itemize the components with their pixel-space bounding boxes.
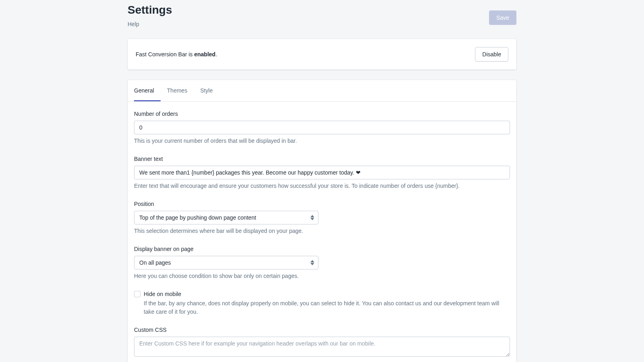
hide-mobile-checkbox[interactable] [134,291,140,297]
save-button[interactable]: Save [489,10,516,25]
status-text: Fast Conversion Bar is enabled. [136,50,217,59]
display-help: Here you can choose condition to show ba… [134,272,510,280]
banner-text-help: Enter text that will encourage and ensur… [134,182,510,190]
position-group: Position Top of the page by pushing down… [134,200,510,235]
banner-text-label: Banner text [134,155,510,163]
display-select[interactable]: On all pages [134,256,318,269]
page-title: Settings [128,2,172,19]
help-link[interactable]: Help [128,20,172,29]
number-of-orders-help: This is your current number of orders th… [134,137,510,145]
custom-css-group: Custom CSS [134,326,510,359]
page-header: Settings Help Save [128,0,516,29]
tab-themes[interactable]: Themes [161,80,194,101]
display-group: Display banner on page On all pages Here… [134,245,510,280]
banner-text-group: Banner text Enter text that will encoura… [134,155,510,190]
hide-mobile-help: If the bar, by any chance, does not disp… [144,299,510,316]
settings-card: General Themes Style Number of orders Th… [128,80,516,362]
tab-general[interactable]: General [134,80,161,101]
hide-mobile-label[interactable]: Hide on mobile [144,290,510,298]
banner-text-input[interactable] [134,166,510,179]
number-of-orders-label: Number of orders [134,110,510,118]
tabs: General Themes Style [128,80,516,102]
form-body: Number of orders This is your current nu… [128,102,516,362]
display-label: Display banner on page [134,245,510,253]
number-of-orders-input[interactable] [134,121,510,134]
position-select[interactable]: Top of the page by pushing down page con… [134,211,318,224]
tab-style[interactable]: Style [194,80,219,101]
position-label: Position [134,200,510,208]
status-card: Fast Conversion Bar is enabled. Disable [128,39,516,70]
custom-css-textarea[interactable] [134,337,510,357]
custom-css-label: Custom CSS [134,326,510,334]
position-help: This selection determines where bar will… [134,227,510,235]
status-prefix: Fast Conversion Bar is [136,51,194,58]
status-state: enabled [194,51,216,58]
hide-mobile-group: Hide on mobile If the bar, by any chance… [134,290,510,316]
number-of-orders-group: Number of orders This is your current nu… [134,110,510,145]
disable-button[interactable]: Disable [475,47,508,62]
status-suffix: . [215,51,217,58]
